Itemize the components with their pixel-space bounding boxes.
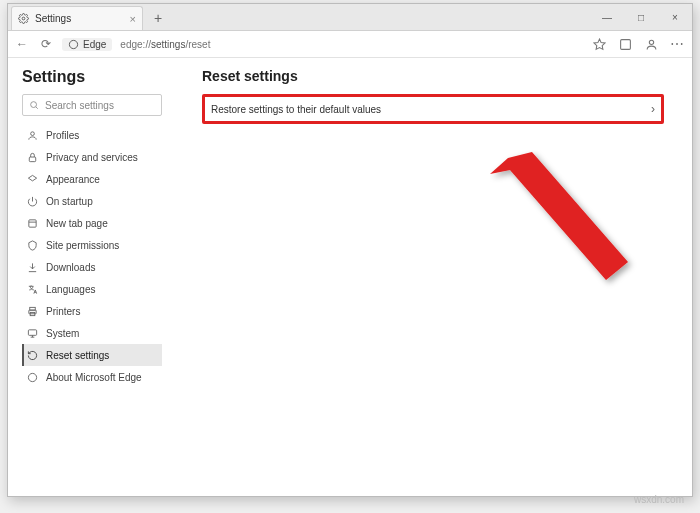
annotation-arrow: [490, 150, 660, 320]
svg-point-5: [31, 102, 37, 108]
sidebar-item-printers[interactable]: Printers: [22, 300, 162, 322]
sidebar-item-startup[interactable]: On startup: [22, 190, 162, 212]
sidebar-item-languages[interactable]: Languages: [22, 278, 162, 300]
chevron-right-icon: ›: [651, 102, 655, 116]
url-seg1: settings: [151, 39, 185, 50]
sidebar-item-permissions[interactable]: Site permissions: [22, 234, 162, 256]
sidebar-item-label: Downloads: [46, 262, 95, 273]
svg-point-18: [28, 373, 36, 381]
search-placeholder: Search settings: [45, 100, 114, 111]
sidebar-item-system[interactable]: System: [22, 322, 162, 344]
restore-defaults-row[interactable]: Restore settings to their default values…: [202, 94, 664, 124]
page-heading: Reset settings: [202, 68, 670, 84]
browser-window: Settings × + — □ × ← ⟳ Edge edge://setti…: [7, 3, 693, 497]
sidebar-item-label: System: [46, 328, 79, 339]
sidebar-item-reset[interactable]: Reset settings: [22, 344, 162, 366]
site-identity-chip[interactable]: Edge: [62, 38, 112, 51]
sidebar-item-privacy[interactable]: Privacy and services: [22, 146, 162, 168]
svg-rect-15: [28, 329, 36, 335]
printer-icon: [26, 306, 39, 317]
lock-icon: [26, 152, 39, 163]
svg-rect-8: [29, 157, 35, 162]
refresh-button[interactable]: ⟳: [38, 37, 54, 51]
search-settings-input[interactable]: Search settings: [22, 94, 162, 116]
sidebar-title: Settings: [22, 68, 162, 86]
sidebar-item-newtab[interactable]: New tab page: [22, 212, 162, 234]
content-area: Settings Search settings Profiles Privac…: [8, 58, 692, 496]
sidebar-item-label: Languages: [46, 284, 96, 295]
svg-marker-19: [490, 152, 628, 280]
sidebar: Settings Search settings Profiles Privac…: [8, 58, 170, 496]
system-icon: [26, 328, 39, 339]
edge-icon: [68, 39, 79, 50]
sidebar-item-about[interactable]: About Microsoft Edge: [22, 366, 162, 388]
sidebar-item-downloads[interactable]: Downloads: [22, 256, 162, 278]
tab-strip: Settings × + — □ ×: [8, 4, 692, 31]
svg-marker-2: [594, 39, 605, 49]
shield-icon: [26, 240, 39, 251]
sidebar-item-label: Printers: [46, 306, 80, 317]
svg-rect-10: [29, 219, 36, 226]
svg-point-4: [649, 40, 653, 44]
restore-defaults-label: Restore settings to their default values: [211, 104, 381, 115]
minimize-button[interactable]: —: [590, 4, 624, 31]
menu-button[interactable]: ⋯: [668, 36, 686, 52]
chip-label: Edge: [83, 39, 106, 50]
extensions-button[interactable]: [616, 38, 634, 51]
close-window-button[interactable]: ×: [658, 4, 692, 31]
svg-rect-3: [620, 39, 630, 49]
sidebar-item-label: About Microsoft Edge: [46, 372, 142, 383]
profile-icon: [26, 130, 39, 141]
svg-point-0: [22, 17, 25, 20]
profile-button[interactable]: [642, 38, 660, 51]
url-seg2: /reset: [185, 39, 210, 50]
edge-logo-icon: [26, 372, 39, 383]
address-bar: ← ⟳ Edge edge://settings/reset ⋯: [8, 31, 692, 58]
sidebar-nav: Profiles Privacy and services Appearance…: [22, 124, 162, 388]
power-icon: [26, 196, 39, 207]
sidebar-item-label: Privacy and services: [46, 152, 138, 163]
sidebar-item-appearance[interactable]: Appearance: [22, 168, 162, 190]
watermark: wsxdn.com: [634, 494, 684, 505]
appearance-icon: [26, 174, 39, 185]
window-controls: — □ ×: [590, 4, 692, 31]
url-display[interactable]: edge://settings/reset: [120, 39, 210, 50]
favorites-button[interactable]: [590, 38, 608, 51]
page-icon: [26, 218, 39, 229]
sidebar-item-label: New tab page: [46, 218, 108, 229]
gear-icon: [18, 13, 29, 24]
sidebar-item-label: Profiles: [46, 130, 79, 141]
back-button[interactable]: ←: [14, 37, 30, 51]
main-panel: Reset settings Restore settings to their…: [170, 58, 692, 496]
url-prefix: edge://: [120, 39, 151, 50]
search-icon: [29, 100, 39, 110]
tab-title: Settings: [35, 13, 71, 24]
svg-line-6: [36, 107, 38, 109]
download-icon: [26, 262, 39, 273]
svg-point-1: [69, 40, 77, 48]
reset-icon: [26, 350, 39, 361]
maximize-button[interactable]: □: [624, 4, 658, 31]
language-icon: [26, 284, 39, 295]
tab-close-button[interactable]: ×: [130, 13, 136, 25]
sidebar-item-label: Site permissions: [46, 240, 119, 251]
sidebar-item-label: Appearance: [46, 174, 100, 185]
sidebar-item-label: Reset settings: [46, 350, 109, 361]
new-tab-button[interactable]: +: [147, 7, 169, 29]
tab-settings[interactable]: Settings ×: [11, 6, 143, 30]
sidebar-item-profiles[interactable]: Profiles: [22, 124, 162, 146]
svg-point-7: [31, 131, 35, 135]
sidebar-item-label: On startup: [46, 196, 93, 207]
